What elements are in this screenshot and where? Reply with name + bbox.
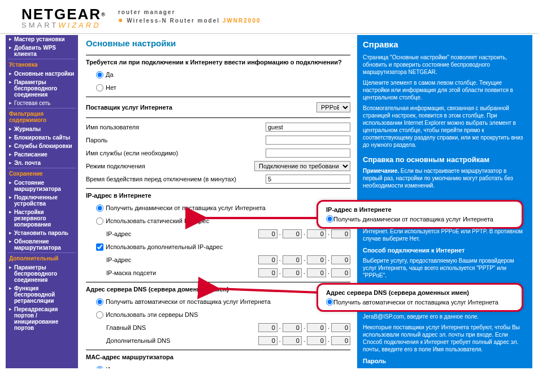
ip-octet-input[interactable] — [258, 229, 277, 238]
callout2-radio — [326, 298, 333, 306]
ip-octet-input[interactable] — [258, 336, 277, 345]
help-p2: Щелкните элемент в самом левом столбце. … — [363, 79, 527, 101]
ip-octet-input[interactable] — [258, 323, 277, 332]
ip-addl-row[interactable]: Использовать дополнительный IP-адрес — [86, 241, 350, 252]
help-p8: Некоторые поставщики услуг Интернета тре… — [363, 324, 527, 353]
sidebar-item[interactable]: Добавить WPS клиента — [6, 43, 78, 58]
conn-mode-label: Режим подключения — [86, 163, 145, 169]
sidebar-heading-save: Сохранение — [6, 169, 78, 178]
service-input[interactable] — [266, 149, 350, 158]
ip-octet-input[interactable] — [283, 336, 302, 345]
sidebar-item-label: Настройки резервного копирования — [14, 209, 75, 228]
login-no-row[interactable]: Нет — [86, 82, 350, 93]
sidebar-item[interactable]: Журналы — [6, 125, 78, 133]
ip-octet-input[interactable] — [307, 323, 326, 332]
ip-octet-input[interactable] — [331, 229, 350, 238]
sidebar-item-label: Основные настройки — [14, 71, 74, 77]
ip-octet-input[interactable] — [307, 255, 326, 264]
help-p5: Интернет. Если используется PPPoE или PP… — [363, 228, 527, 242]
sidebar-item-label: Журналы — [14, 126, 41, 132]
help-h4a: Способ подключения к Интернет — [363, 247, 527, 254]
sidebar-item[interactable]: Расписание — [6, 150, 78, 159]
isp-select[interactable]: PPPoE — [316, 102, 350, 112]
callout1-radio — [326, 215, 333, 223]
dns-auto-radio[interactable] — [96, 298, 103, 306]
callout2-title: Адрес сервера DNS (сервера доменных имен… — [326, 289, 514, 296]
callout1-title: IP-адрес в Интернете — [326, 206, 514, 213]
sidebar-item-label: Установить пароль — [14, 230, 68, 236]
sidebar-item-label: Эл. почта — [14, 160, 41, 166]
sidebar-item-label: Обновление маршрутизатора — [14, 238, 75, 251]
login-no-radio[interactable] — [96, 84, 103, 92]
logo-subtitle: SMARTWIZARD — [21, 21, 532, 29]
sidebar-item[interactable]: Службы блокировки — [6, 142, 78, 150]
help-h4b: Пароль — [363, 358, 527, 364]
sidebar-item-label: Функция беспроводной ретрансляции — [14, 285, 75, 304]
sidebar-item[interactable]: Обновление маршрутизатора — [6, 237, 78, 252]
model-value: JWNR2000 — [223, 18, 261, 24]
help-p3: Вспомогательная информация, связанная с … — [363, 104, 527, 149]
help-p4: Примечание. Если вы настраиваете маршрут… — [363, 167, 527, 189]
idle-label: Время бездействия перед отключением (в м… — [86, 176, 236, 182]
ip-octet-input[interactable] — [283, 323, 302, 332]
sidebar-item[interactable]: Параметры беспроводного соединения — [6, 78, 78, 99]
sidebar-item[interactable]: Эл. почта — [6, 159, 78, 167]
sidebar-item[interactable]: Состояние маршрутизатора — [6, 178, 78, 193]
sidebar-item[interactable]: Гостевая сеть — [6, 99, 78, 107]
sidebar-item-label: Состояние маршрутизатора — [14, 180, 75, 192]
sidebar-item-label: Службы блокировки — [14, 143, 72, 149]
ip-octet-input[interactable] — [331, 268, 350, 277]
help-title: Справка — [363, 40, 527, 49]
sidebar-heading-setup: Установка — [6, 60, 78, 69]
model-label: model — [198, 18, 220, 24]
sidebar-item[interactable]: Настройки резервного копирования — [6, 208, 78, 229]
ip-mask-label: IP-маска подсети — [106, 269, 156, 276]
sidebar-item[interactable]: Параметры беспроводного соединения — [6, 263, 78, 284]
ip-octet-input[interactable] — [307, 229, 326, 238]
login-yes-row[interactable]: Да — [86, 69, 350, 80]
login-required-question: Требуется ли при подключении к Интернету… — [86, 59, 350, 66]
conn-mode-select[interactable]: Подключение по требованию — [254, 161, 350, 171]
ip-dynamic-radio[interactable] — [96, 204, 103, 212]
sidebar-item[interactable]: Функция беспроводной ретрансляции — [6, 284, 78, 305]
ip-octet-input[interactable] — [331, 336, 350, 345]
sidebar-item[interactable]: Основные настройки — [6, 69, 78, 78]
mac-default-row[interactable]: Использовать адрес по умолчанию — [86, 364, 350, 368]
product-name: Wireless-N Router — [127, 18, 195, 24]
ip-octet-input[interactable] — [283, 255, 302, 264]
sidebar-item[interactable]: Блокировать сайты — [6, 133, 78, 142]
ip-octet-input[interactable] — [283, 229, 302, 238]
service-label: Имя службы (если необходимо) — [86, 150, 178, 156]
ip-octet-input[interactable] — [331, 323, 350, 332]
logo-tagline: router manager — [118, 9, 175, 15]
dns-manual-radio[interactable] — [96, 311, 103, 319]
ip-octet-input[interactable] — [307, 336, 326, 345]
page-title: Основные настройки — [86, 38, 350, 48]
username-label: Имя пользователя — [86, 124, 139, 130]
ip-octet-input[interactable] — [331, 255, 350, 264]
mac-default-radio[interactable] — [96, 366, 103, 369]
ip-octet-input[interactable] — [258, 255, 277, 264]
sidebar-item[interactable]: Мастер установки — [6, 35, 78, 43]
sidebar-nav: Мастер установкиДобавить WPS клиента Уст… — [6, 35, 78, 368]
dns-manual-row[interactable]: Использовать эти серверы DNS — [86, 309, 350, 320]
sidebar-heading-extra: Дополнительный — [6, 254, 78, 263]
isp-label: Поставщик услуг Интернета — [86, 104, 172, 111]
ip-octet-input[interactable] — [258, 268, 277, 277]
password-input[interactable] — [266, 136, 350, 145]
sidebar-item[interactable]: Подключенные устройства — [6, 193, 78, 208]
username-input[interactable] — [266, 123, 350, 132]
sidebar-item[interactable]: Установить пароль — [6, 229, 78, 237]
sidebar-item-label: Блокировать сайты — [14, 134, 70, 141]
help-h3: Справка по основным настройкам — [363, 155, 527, 164]
ip-octet-input[interactable] — [307, 268, 326, 277]
logo-text: NETGEAR — [21, 6, 101, 23]
ip-addl-checkbox[interactable] — [96, 243, 103, 251]
help-p6: Выберите услугу, предоставляемую Вашим п… — [363, 257, 527, 279]
main-content: Основные настройки Требуется ли при подк… — [78, 35, 357, 368]
login-yes-radio[interactable] — [96, 71, 103, 79]
ip-static-radio[interactable] — [96, 217, 103, 225]
idle-input[interactable] — [266, 175, 350, 184]
sidebar-item[interactable]: Переадресация портов / инициирование пор… — [6, 305, 78, 332]
ip-octet-input[interactable] — [283, 268, 302, 277]
